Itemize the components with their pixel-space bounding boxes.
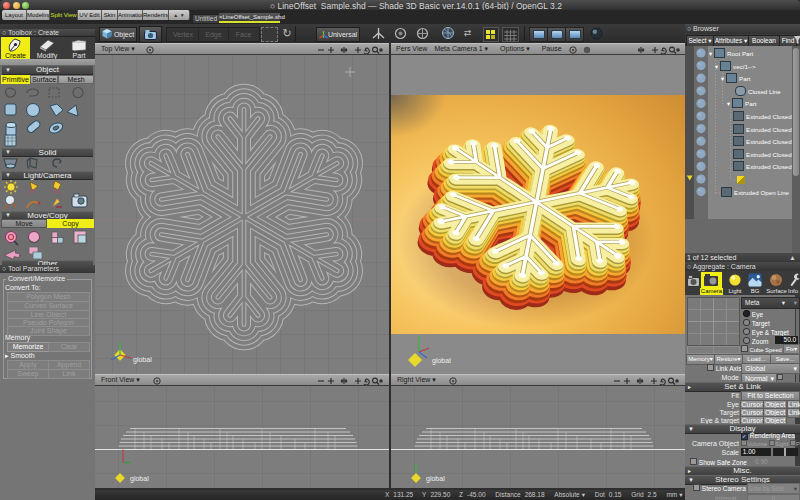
svg-text:global: global bbox=[432, 357, 451, 365]
svg-text:global: global bbox=[426, 475, 445, 483]
svg-text:global: global bbox=[133, 356, 152, 364]
svg-text:global: global bbox=[130, 475, 149, 483]
